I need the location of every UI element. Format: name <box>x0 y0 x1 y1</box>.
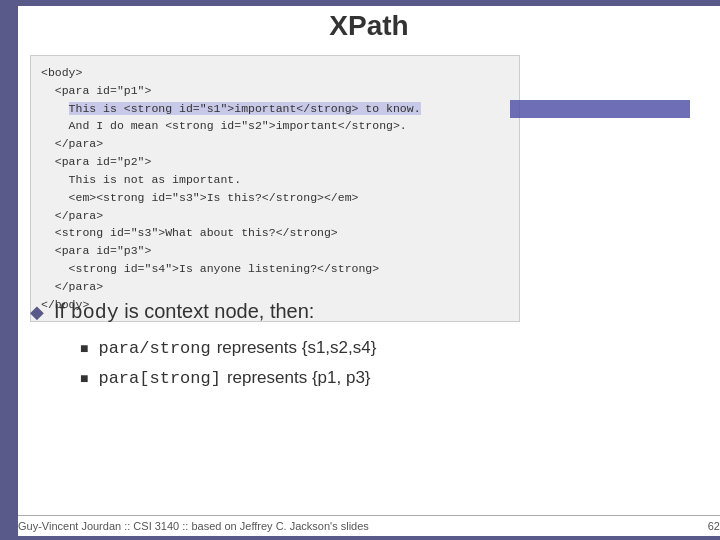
footer-page-number: 62 <box>708 520 720 532</box>
blue-highlight-overlay <box>510 100 690 118</box>
code-line-8: <em><strong id="s3">Is this?</strong></e… <box>41 189 509 207</box>
code-line-6: <para id="p2"> <box>41 153 509 171</box>
square-icon-2: ■ <box>80 370 88 386</box>
body-mono: body <box>71 301 119 324</box>
slide-title: XPath <box>18 10 720 42</box>
sub1-text: represents {s1,s2,s4} <box>217 338 377 358</box>
square-icon-1: ■ <box>80 340 88 356</box>
sub-bullet-1: ■ para/strong represents {s1,s2,s4} <box>80 338 690 358</box>
code-line-10: <strong id="s3">What about this?</strong… <box>41 224 509 242</box>
left-decorative-bar <box>0 0 18 540</box>
sub-bullets-container: ■ para/strong represents {s1,s2,s4} ■ pa… <box>80 338 690 388</box>
code-line-7: This is not as important. <box>41 171 509 189</box>
code-line-2: <para id="p1"> <box>41 82 509 100</box>
code-line-13: </para> <box>41 278 509 296</box>
bottom-accent-bar <box>18 536 720 540</box>
sub-bullet-2: ■ para[strong] represents {p1, p3} <box>80 368 690 388</box>
sub2-text: represents {p1, p3} <box>227 368 371 388</box>
para-strong-mono: para/strong <box>98 339 210 358</box>
highlight-this: This is <strong id="s1">important</stron… <box>69 102 421 115</box>
code-line-3: This is <strong id="s1">important</stron… <box>41 100 509 118</box>
main-bullet: ◆ If body is context node, then: <box>30 300 690 324</box>
top-accent-bar <box>18 0 720 6</box>
bullet-if-text: If body is context node, then: <box>54 300 314 324</box>
code-block: <body> <para id="p1"> This is <strong id… <box>30 55 520 322</box>
code-line-5: </para> <box>41 135 509 153</box>
code-line-1: <body> <box>41 64 509 82</box>
bullet-section: ◆ If body is context node, then: ■ para/… <box>30 300 690 398</box>
code-line-12: <strong id="s4">Is anyone listening?</st… <box>41 260 509 278</box>
code-line-11: <para id="p3"> <box>41 242 509 260</box>
footer-left: Guy-Vincent Jourdan :: CSI 3140 :: based… <box>18 520 369 532</box>
code-line-9: </para> <box>41 207 509 225</box>
diamond-icon: ◆ <box>30 301 44 323</box>
para-bracket-strong-mono: para[strong] <box>98 369 220 388</box>
code-line-4: And I do mean <strong id="s2">important<… <box>41 117 509 135</box>
slide-footer: Guy-Vincent Jourdan :: CSI 3140 :: based… <box>18 515 720 532</box>
